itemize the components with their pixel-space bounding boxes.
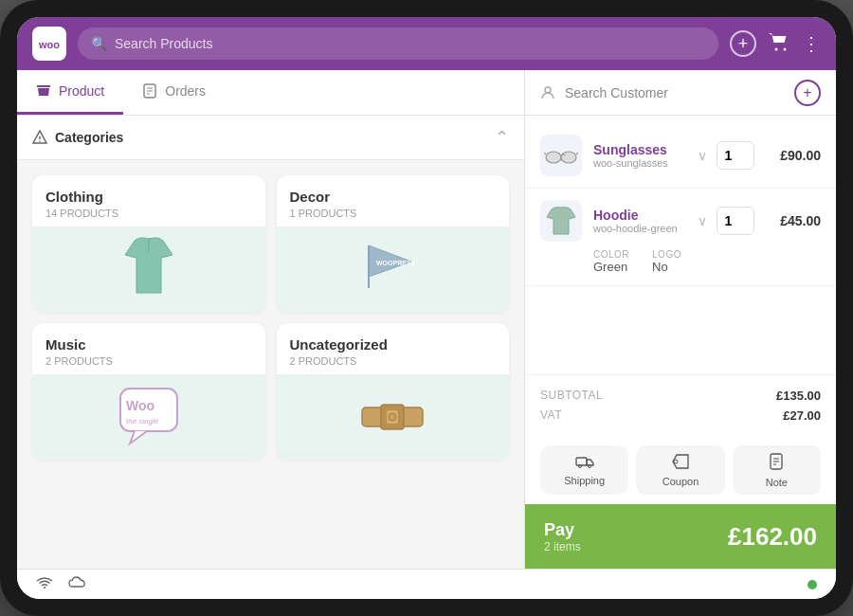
hoodie-qty-input[interactable] <box>717 207 754 235</box>
note-icon <box>769 453 784 474</box>
svg-text:Woo: Woo <box>126 398 154 413</box>
svg-point-22 <box>561 152 576 163</box>
item-name-sunglasses[interactable]: Sunglasses <box>593 142 686 157</box>
shipping-label: Shipping <box>564 475 605 486</box>
category-card-decor[interactable]: Decor 1 PRODUCTS WOOPRESS <box>277 175 510 312</box>
subtotal-label: SUBTOTAL <box>540 389 603 403</box>
search-products-bar[interactable]: 🔍 Search Products <box>78 27 718 60</box>
categories-header: Categories ⌃ <box>17 116 524 160</box>
category-name: Music <box>45 336 252 353</box>
right-panel: Sunglasses woo-sunglasses ∨ £90.00 <box>524 116 836 569</box>
hoodie-price: £45.00 <box>764 213 821 228</box>
product-tab-icon <box>36 83 51 99</box>
svg-point-2 <box>784 47 787 50</box>
category-name: Clothing <box>45 189 252 205</box>
svg-point-28 <box>588 464 590 467</box>
top-bar: woo 🔍 Search Products + ⋮ <box>17 17 836 70</box>
categories-toggle[interactable]: ⌃ <box>495 127 509 148</box>
category-count: 1 PRODUCTS <box>290 208 497 219</box>
svg-line-25 <box>576 153 578 154</box>
vat-label: VAT <box>540 408 562 423</box>
svg-point-29 <box>674 460 678 463</box>
svg-rect-26 <box>576 458 587 465</box>
search-customer-input[interactable]: Search Customer <box>540 85 785 100</box>
add-customer-button[interactable]: + <box>794 80 821 106</box>
hoodie-attributes: COLOR Green LOGO No <box>540 249 821 274</box>
subtotal-value: £135.00 <box>776 389 821 403</box>
cloud-icon <box>68 576 87 593</box>
pay-label: Pay <box>544 520 581 540</box>
svg-point-27 <box>578 464 581 467</box>
music-image: Woo the single <box>32 374 265 460</box>
search-icon: 🔍 <box>91 36 107 51</box>
uncategorized-image <box>277 374 510 460</box>
main-area: Categories ⌃ Clothing 14 PRODUCTS <box>17 116 836 569</box>
wifi-icon <box>36 576 53 593</box>
category-name: Uncategorized <box>290 336 497 353</box>
category-count: 2 PRODUCTS <box>45 355 252 367</box>
tab-orders[interactable]: Orders <box>123 70 225 115</box>
pay-button[interactable]: Pay 2 items £162.00 <box>525 504 836 569</box>
categories-grid: Clothing 14 PRODUCTS D <box>17 160 524 475</box>
order-item-hoodie: Hoodie woo-hoodie-green ∨ £45.00 <box>525 189 836 286</box>
cart-icon[interactable] <box>768 32 790 56</box>
vat-value: £27.00 <box>783 408 821 423</box>
coupon-button[interactable]: Coupon <box>636 445 724 495</box>
color-attr-label: COLOR <box>593 249 629 260</box>
item-expand-icon[interactable]: ∨ <box>698 148 707 163</box>
item-sku-hoodie: woo-hoodie-green <box>593 223 686 234</box>
logo-attr-value: No <box>652 260 681 274</box>
action-buttons: Shipping Coupon <box>525 436 836 504</box>
svg-point-7 <box>545 87 551 93</box>
search-customer-area: Search Customer + <box>524 70 836 115</box>
shipping-button[interactable]: Shipping <box>540 445 628 495</box>
subtotal-row: SUBTOTAL £135.00 <box>540 389 821 403</box>
category-card-music[interactable]: Music 2 PRODUCTS Woo the single <box>32 323 265 460</box>
left-panel: Categories ⌃ Clothing 14 PRODUCTS <box>17 116 524 569</box>
logo-attr-label: LOGO <box>652 249 681 260</box>
svg-line-24 <box>544 153 546 154</box>
svg-point-34 <box>44 587 45 589</box>
item-name-hoodie[interactable]: Hoodie <box>593 208 686 223</box>
woo-logo[interactable]: woo <box>32 27 66 61</box>
sunglasses-price: £90.00 <box>764 148 821 163</box>
svg-point-20 <box>389 413 396 421</box>
shipping-icon <box>575 455 594 472</box>
tab-product[interactable]: Product <box>17 70 123 115</box>
category-name: Decor <box>290 189 497 205</box>
hoodie-thumbnail <box>540 200 582 242</box>
search-products-placeholder: Search Products <box>115 36 213 51</box>
svg-point-10 <box>39 140 41 142</box>
vat-row: VAT £27.00 <box>540 408 821 423</box>
note-button[interactable]: Note <box>733 445 821 495</box>
categories-icon <box>32 130 47 145</box>
category-card-clothing[interactable]: Clothing 14 PRODUCTS <box>32 175 265 312</box>
status-indicator <box>808 580 817 589</box>
order-items: Sunglasses woo-sunglasses ∨ £90.00 <box>525 116 836 374</box>
item-sku-sunglasses: woo-sunglasses <box>593 157 686 169</box>
order-item-sunglasses: Sunglasses woo-sunglasses ∨ £90.00 <box>525 123 836 189</box>
note-label: Note <box>766 477 788 488</box>
coupon-label: Coupon <box>662 476 699 487</box>
orders-tab-icon <box>142 83 157 99</box>
svg-text:WOOPRESS: WOOPRESS <box>376 260 416 266</box>
svg-text:woo: woo <box>39 39 60 50</box>
color-attr-value: Green <box>593 260 629 274</box>
item-expand-icon[interactable]: ∨ <box>698 213 707 228</box>
add-product-button[interactable]: + <box>730 30 756 57</box>
more-menu-icon[interactable]: ⋮ <box>802 32 821 55</box>
clothing-image <box>32 226 265 312</box>
svg-point-21 <box>546 152 561 163</box>
category-card-uncategorized[interactable]: Uncategorized 2 PRODUCTS <box>277 323 510 460</box>
tab-bar: Product Orders <box>17 70 836 116</box>
svg-point-1 <box>775 47 778 50</box>
pay-items-count: 2 items <box>544 540 581 553</box>
left-tabs: Product Orders <box>17 70 524 115</box>
status-bar <box>17 569 836 599</box>
totals-section: SUBTOTAL £135.00 VAT £27.00 <box>525 374 836 436</box>
categories-title: Categories <box>32 130 123 145</box>
customer-icon <box>540 85 555 100</box>
category-count: 2 PRODUCTS <box>290 355 497 367</box>
decor-image: WOOPRESS <box>277 226 510 312</box>
sunglasses-qty-input[interactable] <box>717 141 754 170</box>
